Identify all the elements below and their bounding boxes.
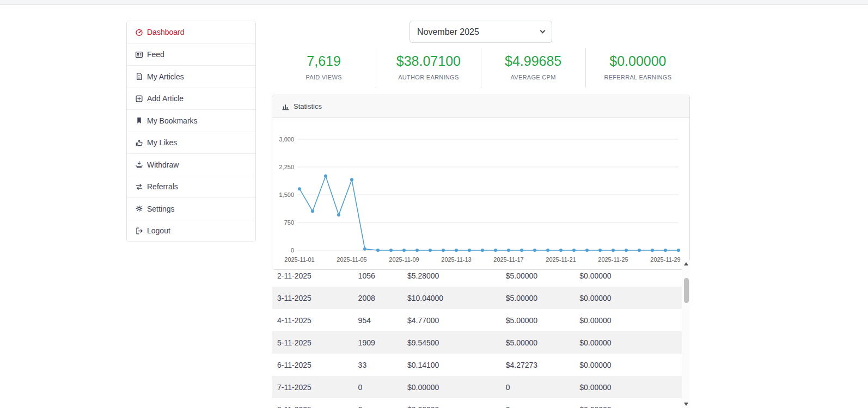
sidebar-item-my-bookmarks[interactable]: My Bookmarks <box>127 109 255 132</box>
sidebar-item-label: Add Article <box>147 94 184 103</box>
statistics-card: Statistics 07501,5002,2503,0002025-11-01… <box>272 95 690 270</box>
chart-point <box>350 178 353 181</box>
table-cell: 2-11-2025 <box>272 270 354 287</box>
stat-value: $38.07100 <box>376 53 480 69</box>
chart-point <box>533 249 536 252</box>
chart-point <box>415 249 419 252</box>
bar-chart-icon <box>282 103 289 110</box>
table-row: 7-11-20250$0.000000$0.00000 <box>272 376 682 398</box>
stat-value: $0.00000 <box>586 53 690 69</box>
chart-point <box>481 249 484 252</box>
stat-average-cpm: $4.99685AVERAGE CPM <box>481 48 585 88</box>
sidebar-item-label: Dashboard <box>147 28 185 36</box>
sidebar-nav: DashboardFeedMy ArticlesAdd ArticleMy Bo… <box>126 21 256 242</box>
chart-point <box>559 249 563 252</box>
sidebar-item-feed[interactable]: Feed <box>127 44 255 66</box>
table-cell: $0.00000 <box>575 270 682 287</box>
sidebar-item-label: My Bookmarks <box>147 116 198 125</box>
sidebar-item-my-likes[interactable]: My Likes <box>127 132 255 154</box>
bookmark-icon <box>135 116 143 125</box>
sidebar-item-my-articles[interactable]: My Articles <box>127 65 255 88</box>
chart-point <box>389 249 393 252</box>
scrollbar-up-arrow[interactable] <box>682 260 690 268</box>
table-cell: 5-11-2025 <box>272 331 354 354</box>
table-row: 2-11-20251056$5.28000$5.00000$0.00000 <box>272 270 682 287</box>
sidebar-item-label: Referrals <box>147 182 178 191</box>
statistics-card-title: Statistics <box>294 102 322 110</box>
withdraw-icon <box>135 160 143 169</box>
sidebar-item-withdraw[interactable]: Withdraw <box>127 153 255 176</box>
chart-point <box>311 209 314 213</box>
sidebar-item-settings[interactable]: Settings <box>127 197 255 220</box>
top-bar <box>0 0 868 5</box>
table-cell: 954 <box>354 309 403 331</box>
sidebar-item-label: My Articles <box>147 72 184 81</box>
x-tick-label: 2025-11-17 <box>493 256 523 263</box>
tachometer-icon <box>135 28 143 36</box>
x-tick-label: 2025-11-21 <box>546 256 576 263</box>
table-cell: 1909 <box>354 331 403 354</box>
x-tick-label: 2025-11-25 <box>598 256 628 263</box>
chart-point <box>402 249 406 252</box>
chart-point <box>376 249 380 252</box>
chart-point <box>572 249 576 252</box>
daily-stats-table: 2-11-20251056$5.28000$5.00000$0.000003-1… <box>272 270 682 408</box>
chart-point <box>677 249 680 252</box>
chart-point <box>638 249 641 252</box>
y-tick-label: 1,500 <box>279 191 294 198</box>
table-cell: $5.00000 <box>502 331 576 354</box>
views-line-chart: 07501,5002,2503,0002025-11-012025-11-052… <box>272 118 689 269</box>
table-cell: $5.00000 <box>502 270 576 287</box>
table-cell: $4.27273 <box>502 354 576 376</box>
y-tick-label: 750 <box>284 219 294 226</box>
chart-point <box>585 249 589 252</box>
scrollbar-down-arrow[interactable] <box>682 400 690 408</box>
chart-point <box>598 249 602 252</box>
scrollbar-thumb[interactable] <box>684 278 689 303</box>
stat-label: REFERRAL EARNINGS <box>586 74 690 81</box>
table-cell: 3-11-2025 <box>272 287 354 309</box>
table-cell: 0 <box>354 398 403 408</box>
table-cell: $0.00000 <box>403 376 502 398</box>
table-row: 3-11-20252008$10.04000$5.00000$0.00000 <box>272 287 682 309</box>
chart-point <box>520 249 523 252</box>
month-select-wrap: November 2025 <box>409 21 552 43</box>
daily-stats-table-wrap: 2-11-20251056$5.28000$5.00000$0.000003-1… <box>272 270 682 408</box>
stat-value: 7,619 <box>272 53 376 69</box>
chart-point <box>337 213 340 217</box>
feed-icon <box>135 51 143 59</box>
table-cell: 0 <box>502 376 576 398</box>
chart-point <box>494 249 497 252</box>
month-select[interactable]: November 2025 <box>409 21 552 43</box>
sidebar-item-referrals[interactable]: Referrals <box>127 176 255 198</box>
table-cell: 8-11-2025 <box>272 398 354 408</box>
statistics-chart-area: 07501,5002,2503,0002025-11-012025-11-052… <box>272 118 689 269</box>
table-row: 5-11-20251909$9.54500$5.00000$0.00000 <box>272 331 682 354</box>
table-cell: $0.00000 <box>575 398 682 408</box>
logout-icon <box>135 227 143 235</box>
x-tick-label: 2025-11-29 <box>650 256 680 263</box>
sidebar-item-label: Withdraw <box>147 160 179 169</box>
y-tick-label: 3,000 <box>279 136 294 143</box>
table-cell: $0.00000 <box>403 398 502 408</box>
triangle-up-icon <box>684 262 688 265</box>
x-tick-label: 2025-11-05 <box>337 256 366 263</box>
stat-referral-earnings: $0.00000REFERRAL EARNINGS <box>585 48 690 88</box>
sidebar-item-dashboard[interactable]: Dashboard <box>127 21 255 44</box>
add-article-icon <box>135 95 143 103</box>
settings-icon <box>135 205 143 213</box>
table-cell: $4.77000 <box>403 309 502 331</box>
sidebar-item-add-article[interactable]: Add Article <box>127 88 255 110</box>
table-cell: 0 <box>502 398 576 408</box>
chart-point <box>324 175 327 178</box>
table-scrollbar[interactable] <box>682 260 690 408</box>
chart-point <box>442 249 445 252</box>
y-tick-label: 0 <box>291 247 294 254</box>
referrals-icon <box>135 183 143 191</box>
sidebar-item-logout[interactable]: Logout <box>127 220 255 242</box>
chart-point <box>546 249 549 252</box>
table-cell: $9.54500 <box>403 331 502 354</box>
stat-author-earnings: $38.07100AUTHOR EARNINGS <box>376 48 480 88</box>
table-cell: 2008 <box>354 287 403 309</box>
thumbs-up-icon <box>135 139 143 147</box>
